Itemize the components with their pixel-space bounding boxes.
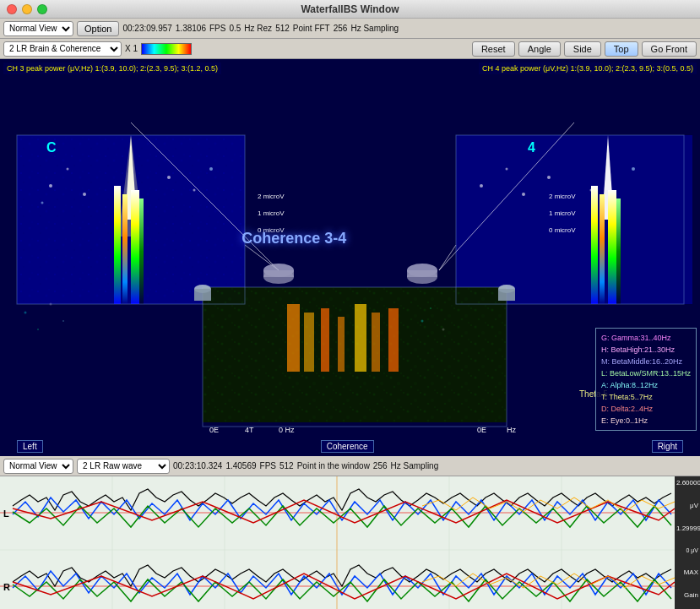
window-controls — [7, 4, 47, 14]
wf-points-label: Point in the window — [297, 461, 370, 470]
ch3-peak-info: CH 3 peak power (μV,Hz) 1:(3.9, 10.0); 2… — [3, 63, 221, 74]
frequency-legend: G: Gamma:31..40Hz H: BetaHigh:21..30Hz M… — [595, 328, 697, 431]
svg-text:1 microV: 1 microV — [549, 209, 576, 217]
svg-point-53 — [632, 167, 635, 171]
scale-top: 2.60000 — [676, 479, 698, 487]
svg-rect-9 — [456, 135, 692, 304]
reset-button[interactable]: Reset — [472, 41, 515, 57]
legend-alpha: A: Alpha:8..12Hz — [601, 379, 691, 391]
svg-rect-12 — [600, 194, 605, 304]
view-select[interactable]: Normal View — [3, 21, 73, 36]
waterfall-section: Theta 5 — [0, 59, 700, 456]
side-button[interactable]: Side — [564, 41, 601, 57]
svg-rect-7 — [131, 190, 139, 304]
legend-eye: E: Eye:0..1Hz — [601, 415, 691, 427]
wf-time: 00:23:10.324 — [173, 461, 222, 470]
left-label: Left — [17, 440, 43, 453]
angle-button[interactable]: Angle — [518, 41, 561, 57]
svg-point-48 — [480, 184, 483, 188]
svg-point-84 — [430, 307, 431, 309]
channel-select[interactable]: 2 LR Brain & Coherence — [3, 41, 122, 57]
svg-point-81 — [50, 303, 52, 306]
svg-rect-40 — [498, 289, 515, 301]
color-bar — [141, 43, 192, 55]
coherence-bottom-label: Coherence — [321, 440, 374, 453]
svg-point-52 — [590, 189, 593, 192]
title-bar: WaterfallBS Window — [0, 0, 700, 19]
svg-rect-8 — [139, 198, 144, 304]
legend-gamma: G: Gamma:31..40Hz — [601, 332, 691, 344]
svg-text:1 microV: 1 microV — [258, 209, 285, 217]
waveform-svg: L R — [0, 476, 675, 609]
wf-sampling: 256 — [373, 461, 388, 470]
svg-rect-20 — [338, 317, 345, 372]
svg-rect-38 — [194, 289, 211, 301]
svg-text:C: C — [46, 140, 57, 155]
svg-text:Hz: Hz — [507, 426, 516, 434]
svg-point-43 — [83, 193, 86, 196]
scale-unit: μV — [676, 502, 698, 509]
toolbar-1: Normal View Option 00:23:09.957 1.38106 … — [0, 19, 700, 39]
svg-point-45 — [167, 176, 171, 179]
svg-rect-33 — [263, 270, 294, 277]
go-front-button[interactable]: Go Front — [642, 41, 697, 57]
right-label: Right — [652, 440, 683, 453]
wf-channel-select[interactable]: 2 LR Raw wave — [77, 459, 170, 474]
svg-rect-19 — [321, 308, 329, 372]
svg-point-80 — [37, 329, 39, 330]
svg-text:L: L — [3, 508, 9, 519]
svg-rect-11 — [591, 186, 598, 304]
svg-text:2 microV: 2 microV — [549, 193, 576, 200]
fps-display: 1.38106 — [176, 24, 206, 33]
waveform-display: L R — [0, 476, 700, 609]
minimize-button[interactable] — [22, 4, 32, 14]
svg-rect-18 — [304, 313, 314, 372]
svg-rect-21 — [355, 304, 366, 372]
sampling-label: Hz Sampling — [350, 24, 399, 33]
svg-point-82 — [62, 320, 64, 322]
svg-point-79 — [24, 312, 27, 314]
svg-rect-14 — [616, 198, 621, 304]
svg-rect-13 — [608, 190, 616, 304]
scale-panel: 2.60000 μV 1.29999 0 μV MAX Gain MIN — [675, 476, 700, 609]
scale-mid: 1.29999 — [676, 525, 698, 532]
maximize-button[interactable] — [37, 4, 47, 14]
scale-gain: Gain — [676, 591, 698, 599]
fps-label: FPS — [209, 24, 225, 33]
svg-text:0 Hz: 0 Hz — [279, 426, 295, 434]
bottom-labels: Left Coherence Right — [0, 440, 700, 453]
legend-delta: D: Delta:2..4Hz — [601, 403, 691, 415]
svg-text:R: R — [3, 582, 10, 592]
svg-text:0E: 0E — [209, 426, 219, 434]
scale-zero: 0 μV — [676, 547, 698, 553]
scale-max: MAX — [676, 568, 698, 576]
top-button[interactable]: Top — [605, 41, 638, 57]
waveform-section: Normal View 2 LR Raw wave 00:23:10.324 1… — [0, 456, 700, 609]
svg-point-44 — [41, 202, 44, 204]
hz-rez-val: 0.5 — [229, 24, 241, 33]
waveform-toolbar: Normal View 2 LR Raw wave 00:23:10.324 1… — [0, 456, 700, 476]
window-title: WaterfallBS Window — [301, 3, 399, 15]
sampling-val: 256 — [334, 24, 348, 33]
svg-point-41 — [49, 184, 52, 188]
svg-point-49 — [506, 168, 508, 171]
close-button[interactable] — [7, 4, 17, 14]
wf-fps-label: FPS — [260, 461, 276, 470]
svg-point-51 — [547, 176, 551, 179]
hz-rez-label: Hz Rez — [244, 24, 272, 33]
svg-rect-6 — [122, 194, 128, 304]
svg-rect-36 — [407, 270, 437, 277]
svg-text:2 microV: 2 microV — [258, 193, 285, 200]
wf-sampling-label: Hz Sampling — [391, 461, 439, 470]
svg-point-85 — [442, 329, 445, 331]
svg-point-47 — [209, 167, 213, 171]
svg-text:0E: 0E — [477, 426, 486, 434]
svg-text:4T: 4T — [245, 426, 254, 434]
fft-points: 512 — [275, 24, 290, 33]
ch4-peak-info: CH 4 peak power (μV,Hz) 1:(3.9, 10.0); 2… — [479, 63, 697, 74]
wf-points: 512 — [279, 461, 294, 470]
svg-text:4: 4 — [528, 140, 535, 155]
toolbar-2: 2 LR Brain & Coherence X 1 Reset Angle S… — [0, 39, 700, 59]
option-button[interactable]: Option — [77, 21, 119, 36]
wf-view-select[interactable]: Normal View — [3, 459, 73, 474]
